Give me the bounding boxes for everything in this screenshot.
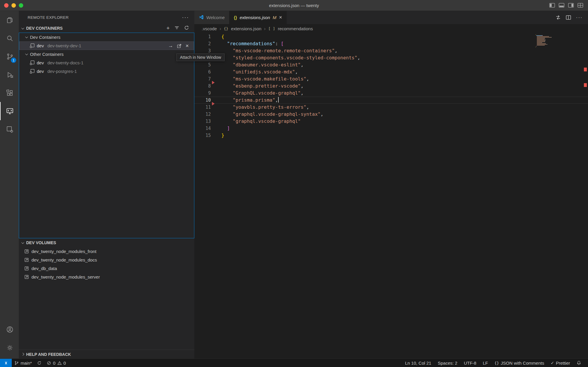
indentation-button[interactable]: Spaces: 2 <box>435 359 461 367</box>
code-text: "esbenp.prettier-vscode", <box>221 83 303 90</box>
formatter-button[interactable]: ✓ Prettier <box>547 359 573 367</box>
line-number[interactable]: 10 <box>194 97 221 104</box>
fullscreen-window-button[interactable] <box>19 3 23 8</box>
code-line-7[interactable]: 7 "ms-vscode.makefile-tools", <box>194 76 588 83</box>
git-deleted-lines-marker[interactable] <box>212 81 215 84</box>
code-line-10[interactable]: 10 "prisma.prisma", <box>194 97 588 104</box>
close-window-button[interactable] <box>4 3 9 8</box>
breadcrumb-symbol[interactable]: recommendations <box>278 26 313 31</box>
line-number[interactable]: 13 <box>194 118 221 125</box>
code-text: "prisma.prisma", <box>221 97 279 104</box>
minimap[interactable] <box>532 34 583 48</box>
refresh-icon[interactable] <box>184 25 189 31</box>
line-number[interactable]: 1 <box>194 33 221 40</box>
eol-button[interactable]: LF <box>480 359 491 367</box>
encoding-button[interactable]: UTF-8 <box>461 359 480 367</box>
code-line-15[interactable]: 15} <box>194 132 588 139</box>
close-tab-icon[interactable]: × <box>279 14 282 21</box>
more-actions-icon[interactable]: ··· <box>576 15 583 21</box>
code-line-6[interactable]: 6 "unifiedjs.vscode-mdx", <box>194 68 588 76</box>
tab-label: extensions.json <box>240 15 270 20</box>
line-number[interactable]: 8 <box>194 83 221 90</box>
volume-item[interactable]: dev_db_data <box>19 264 194 273</box>
volume-item[interactable]: dev_twenty_node_modules_server <box>19 273 194 281</box>
cursor-position-button[interactable]: Ln 10, Col 21 <box>402 359 435 367</box>
code-line-2[interactable]: 2 "recommendations": [ <box>194 40 588 47</box>
section-help-and-feedback[interactable]: HELP AND FEEDBACK <box>19 350 194 358</box>
code-line-13[interactable]: 13 "graphql.vscode-graphql" <box>194 118 588 125</box>
volume-name: dev_twenty_node_modules_docs <box>31 257 97 262</box>
code-text: "styled-components.vscode-styled-compone… <box>221 54 360 61</box>
open-changes-icon[interactable] <box>555 15 561 20</box>
explorer-icon[interactable] <box>0 11 19 29</box>
code-line-8[interactable]: 8 "esbenp.prettier-vscode", <box>194 83 588 90</box>
line-number[interactable]: 14 <box>194 125 221 132</box>
add-container-icon[interactable]: + <box>166 25 170 31</box>
source-control-icon[interactable]: 1 <box>0 47 19 66</box>
section-dev-containers[interactable]: DEV CONTAINERS + <box>19 24 194 33</box>
code-line-9[interactable]: 9 "GraphQL.vscode-graphql", <box>194 90 588 97</box>
line-number[interactable]: 12 <box>194 111 221 118</box>
accounts-icon[interactable] <box>0 320 19 338</box>
code-line-11[interactable]: 11 "yoavbls.pretty-ts-errors", <box>194 104 588 111</box>
code-line-12[interactable]: 12 "graphql.vscode-graphql-syntax", <box>194 111 588 118</box>
section-label: DEV VOLUMES <box>26 240 56 245</box>
volume-name: dev_db_data <box>31 266 57 271</box>
toggle-secondary-sidebar-icon[interactable] <box>568 3 574 8</box>
scm-badge: 1 <box>11 58 16 63</box>
volume-item[interactable]: dev_twenty_node_modules_front <box>19 247 194 256</box>
notifications-bell-icon[interactable] <box>573 359 584 367</box>
tab-welcome[interactable]: Welcome <box>194 11 229 24</box>
stop-container-icon[interactable]: × <box>186 43 189 49</box>
line-number[interactable]: 2 <box>194 40 221 47</box>
filter-list-icon[interactable] <box>174 25 179 31</box>
sync-changes-button[interactable] <box>34 359 44 367</box>
volume-item[interactable]: dev_twenty_node_modules_docs <box>19 256 194 264</box>
container-name: dev-twenty-dev-1 <box>47 43 81 48</box>
extensions-icon[interactable] <box>0 84 19 102</box>
customize-layout-icon[interactable] <box>577 3 583 8</box>
minimize-window-button[interactable] <box>11 3 16 8</box>
run-debug-icon[interactable] <box>0 66 19 84</box>
tab-extensions-json[interactable]: {} extensions.json M × <box>229 11 287 24</box>
dev-containers-icon[interactable] <box>0 120 19 138</box>
toggle-panel-icon[interactable] <box>559 3 564 8</box>
volume-icon <box>24 257 29 262</box>
line-number[interactable]: 11 <box>194 104 221 111</box>
remote-explorer-icon[interactable] <box>0 102 19 120</box>
chevron-down-icon <box>21 26 24 29</box>
container-item[interactable]: devdev-twenty-dev-1→× <box>19 41 194 50</box>
remote-indicator-button[interactable] <box>0 359 12 367</box>
line-number[interactable]: 5 <box>194 61 221 68</box>
git-deleted-lines-marker[interactable] <box>212 102 215 105</box>
code-line-5[interactable]: 5 "dbaeumer.vscode-eslint", <box>194 61 588 68</box>
line-number[interactable]: 7 <box>194 76 221 83</box>
attach-shell-icon[interactable]: → <box>168 43 173 49</box>
line-number[interactable]: 15 <box>194 132 221 139</box>
line-number[interactable]: 9 <box>194 90 221 97</box>
code-line-1[interactable]: 1{ <box>194 33 588 40</box>
language-mode-button[interactable]: {} JSON with Comments <box>491 359 547 367</box>
tree-group-header[interactable]: Other Containers <box>19 50 194 58</box>
section-dev-volumes[interactable]: DEV VOLUMES <box>19 238 194 247</box>
code-area[interactable]: 1{2 "recommendations": [3 "ms-vscode-rem… <box>194 33 588 358</box>
settings-gear-icon[interactable] <box>0 338 19 357</box>
split-editor-icon[interactable] <box>566 15 571 20</box>
container-item[interactable]: devdev-postgres-1 <box>19 67 194 76</box>
search-icon[interactable] <box>0 29 19 47</box>
attach-new-window-icon[interactable] <box>177 43 182 48</box>
toggle-sidebar-icon[interactable] <box>549 3 555 8</box>
tree-group-header[interactable]: Dev Containers <box>19 33 194 41</box>
code-line-3[interactable]: 3 "ms-vscode-remote.remote-containers", <box>194 47 588 54</box>
container-item[interactable]: devdev-twenty-docs-1 <box>19 58 194 67</box>
tabs-bar: Welcome {} extensions.json M × ··· <box>194 11 588 24</box>
git-branch-button[interactable]: main* <box>12 359 34 367</box>
line-number[interactable]: 6 <box>194 68 221 76</box>
problems-button[interactable]: 0 0 <box>44 359 69 367</box>
sidebar-more-actions-icon[interactable]: ··· <box>182 14 189 21</box>
code-line-14[interactable]: 14 ] <box>194 125 588 132</box>
breadcrumb-file[interactable]: extensions.json <box>231 26 261 31</box>
container-tag: dev <box>37 60 44 65</box>
code-line-4[interactable]: 4 "styled-components.vscode-styled-compo… <box>194 54 588 61</box>
breadcrumb-folder[interactable]: .vscode <box>202 26 217 31</box>
